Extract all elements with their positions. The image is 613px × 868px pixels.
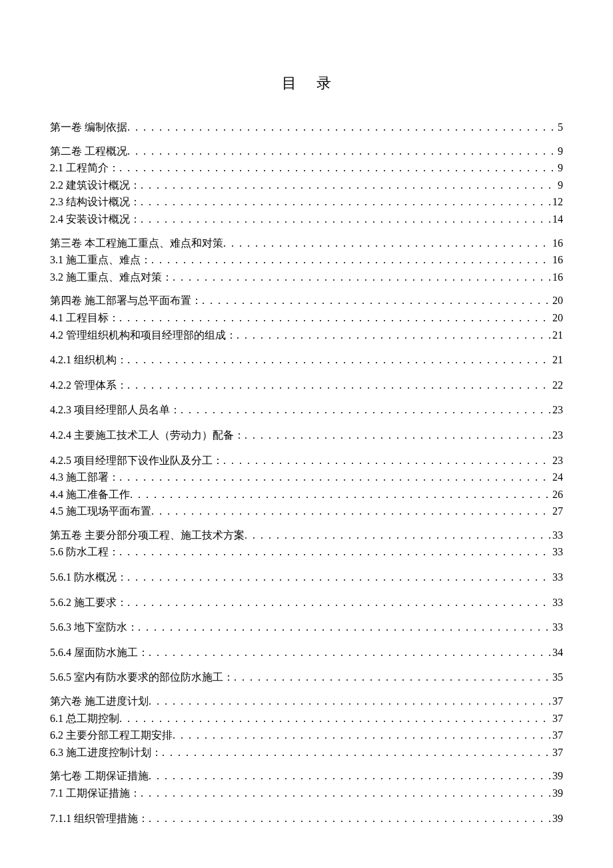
toc-page-number: 33 — [551, 570, 563, 585]
toc-entry: 第六卷 施工进度计划37 — [50, 694, 563, 709]
toc-label: 7.1.1 组织管理措施： — [50, 811, 149, 826]
toc-entry: 第三卷 本工程施工重点、难点和对策16 — [50, 236, 563, 251]
toc-leader-dots — [127, 595, 551, 610]
toc-label: 3.2 施工重点、难点对策： — [50, 270, 173, 285]
toc-leader-dots — [119, 311, 551, 325]
toc-label: 5.6.4 屋面防水施工： — [50, 645, 149, 660]
toc-leader-dots — [119, 545, 551, 559]
toc-label: 5.6 防水工程： — [50, 545, 119, 559]
toc-leader-dots — [127, 120, 556, 135]
toc-page-number: 33 — [551, 620, 563, 635]
toc-entry: 4.2.5 项目经理部下设作业队及分工：23 — [50, 453, 563, 468]
toc-entry: 4.2.3 项目经理部人员名单：23 — [50, 403, 563, 417]
toc-page-number: 33 — [551, 545, 563, 559]
toc-leader-dots — [245, 428, 551, 443]
toc-entry: 7.1.1 组织管理措施：39 — [50, 811, 563, 826]
toc-page-number: 37 — [551, 711, 563, 726]
toc-leader-dots — [202, 293, 551, 308]
toc-label: 第六卷 施工进度计划 — [50, 694, 149, 709]
toc-page-number: 33 — [551, 595, 563, 610]
toc-leader-dots — [127, 378, 551, 393]
toc-leader-dots — [141, 212, 551, 227]
toc-page-number: 37 — [551, 745, 563, 760]
toc-entry: 第五卷 主要分部分项工程、施工技术方案33 — [50, 528, 563, 543]
toc-label: 2.4 安装设计概况： — [50, 212, 141, 227]
toc-label: 5.6.3 地下室防水： — [50, 620, 138, 635]
toc-page-number: 23 — [551, 403, 563, 417]
toc-entry: 7.1 工期保证措施：39 — [50, 786, 563, 801]
toc-page-number: 26 — [551, 487, 563, 502]
toc-page-number: 39 — [551, 786, 563, 801]
page-title: 目录 — [50, 73, 563, 93]
toc-page-number: 24 — [551, 470, 563, 485]
toc-leader-dots — [130, 487, 551, 502]
toc-label: 第二卷 工程概况 — [50, 144, 127, 159]
toc-leader-dots — [173, 270, 551, 285]
toc-page-number: 34 — [551, 645, 563, 660]
toc-page-number: 21 — [551, 353, 563, 367]
toc-page-number: 23 — [551, 453, 563, 468]
toc-leader-dots — [149, 694, 551, 709]
toc-page-number: 37 — [551, 694, 563, 709]
toc-page-number: 16 — [551, 236, 563, 251]
toc-leader-dots — [245, 528, 551, 543]
toc-label: 5.6.5 室内有防水要求的部位防水施工： — [50, 670, 234, 685]
toc-leader-dots — [149, 645, 551, 660]
toc-label: 5.6.1 防水概况： — [50, 570, 127, 585]
toc-page-number: 16 — [551, 253, 563, 267]
toc-entry: 4.2.2 管理体系：22 — [50, 378, 563, 393]
table-of-contents: 第一卷 编制依据5第二卷 工程概况92.1 工程简介：92.2 建筑设计概况：9… — [50, 120, 563, 825]
toc-leader-dots — [223, 236, 551, 251]
toc-leader-dots — [127, 353, 551, 367]
toc-entry: 3.1 施工重点、难点：16 — [50, 253, 563, 267]
toc-entry: 2.1 工程简介：9 — [50, 161, 563, 175]
toc-leader-dots — [127, 144, 556, 159]
toc-label: 4.1 工程目标： — [50, 311, 119, 325]
toc-leader-dots — [151, 504, 551, 519]
toc-leader-dots — [119, 711, 551, 726]
toc-label: 2.1 工程简介： — [50, 161, 119, 175]
toc-label: 7.1 工期保证措施： — [50, 786, 141, 801]
toc-leader-dots — [141, 786, 551, 801]
toc-entry: 第一卷 编制依据5 — [50, 120, 563, 135]
toc-label: 6.2 主要分部工程工期安排 — [50, 728, 173, 743]
toc-entry: 5.6.1 防水概况：33 — [50, 570, 563, 585]
toc-leader-dots — [119, 470, 551, 485]
toc-label: 4.2.2 管理体系： — [50, 378, 127, 393]
toc-page-number: 35 — [551, 670, 563, 685]
toc-label: 6.3 施工进度控制计划： — [50, 745, 162, 760]
toc-label: 第五卷 主要分部分项工程、施工技术方案 — [50, 528, 245, 543]
toc-page-number: 22 — [551, 378, 563, 393]
toc-leader-dots — [223, 453, 551, 468]
toc-label: 第七卷 工期保证措施 — [50, 769, 149, 783]
toc-entry: 5.6 防水工程：33 — [50, 545, 563, 559]
toc-label: 第三卷 本工程施工重点、难点和对策 — [50, 236, 223, 251]
toc-label: 4.2.4 主要施工技术工人（劳动力）配备： — [50, 428, 245, 443]
toc-entry: 第七卷 工期保证措施39 — [50, 769, 563, 783]
toc-entry: 2.4 安装设计概况：14 — [50, 212, 563, 227]
toc-page-number: 9 — [556, 144, 563, 159]
toc-page-number: 12 — [551, 195, 563, 209]
toc-page-number: 5 — [556, 120, 563, 135]
toc-leader-dots — [141, 195, 551, 209]
toc-label: 4.2.3 项目经理部人员名单： — [50, 403, 181, 417]
toc-entry: 第二卷 工程概况9 — [50, 144, 563, 159]
toc-leader-dots — [149, 811, 551, 826]
toc-entry: 4.4 施工准备工作26 — [50, 487, 563, 502]
toc-leader-dots — [138, 620, 551, 635]
toc-entry: 2.2 建筑设计概况：9 — [50, 178, 563, 193]
toc-page-number: 39 — [551, 769, 563, 783]
toc-page-number: 21 — [551, 328, 563, 343]
toc-page-number: 39 — [551, 811, 563, 826]
toc-entry: 4.5 施工现场平面布置27 — [50, 504, 563, 519]
toc-leader-dots — [127, 570, 551, 585]
toc-label: 6.1 总工期控制 — [50, 711, 119, 726]
toc-entry: 5.6.5 室内有防水要求的部位防水施工：35 — [50, 670, 563, 685]
toc-leader-dots — [234, 670, 551, 685]
toc-leader-dots — [237, 328, 551, 343]
toc-leader-dots — [173, 728, 551, 743]
toc-entry: 4.2.1 组织机构：21 — [50, 353, 563, 367]
toc-entry: 5.6.3 地下室防水：33 — [50, 620, 563, 635]
toc-label: 4.5 施工现场平面布置 — [50, 504, 151, 519]
toc-label: 4.3 施工部署： — [50, 470, 119, 485]
